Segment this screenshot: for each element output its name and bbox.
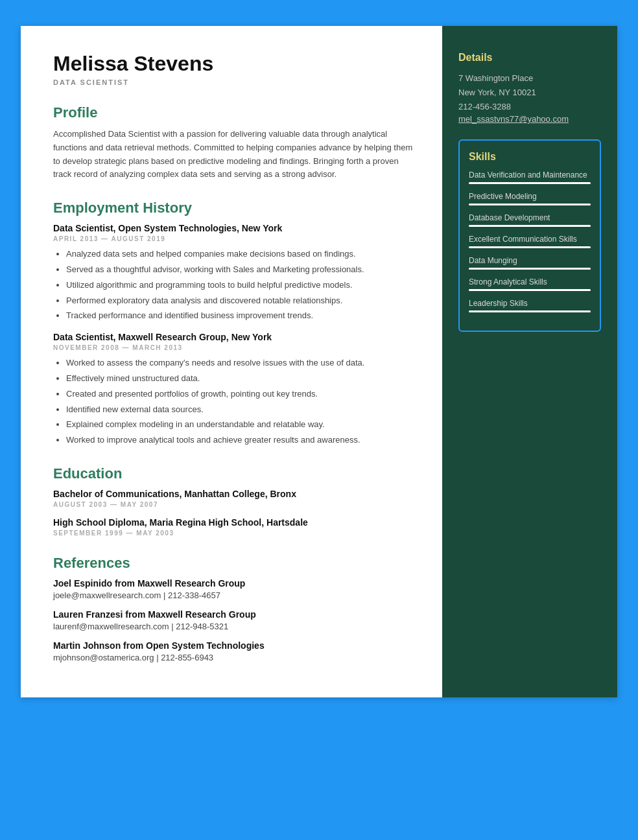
job-title-1: Data Scientist, Open System Technologies… — [53, 223, 416, 233]
bullet-2-4: Identified new external data sources. — [66, 403, 416, 417]
job-dates-2: November 2008 — March 2013 — [53, 344, 416, 351]
phone: 212-456-3288 — [458, 100, 601, 114]
details-title: Details — [458, 52, 601, 64]
skill-item-1: Data Verification and Maintenance — [469, 170, 591, 184]
bullet-1-5: Tracked performance and identified busin… — [66, 309, 416, 323]
references-section-title: References — [53, 555, 416, 572]
skill-name-2: Predictive Modeling — [469, 192, 591, 201]
skill-name-5: Data Munging — [469, 256, 591, 265]
ref-name-2: Lauren Franzesi from Maxwell Research Gr… — [53, 609, 416, 620]
ref-name-1: Joel Espinido from Maxwell Research Grou… — [53, 578, 416, 589]
profile-text: Accomplished Data Scientist with a passi… — [53, 128, 416, 181]
employment-section-title: Employment History — [53, 200, 416, 216]
skill-item-6: Strong Analytical Skills — [469, 277, 591, 291]
skill-item-2: Predictive Modeling — [469, 192, 591, 205]
ref-entry-2: Lauren Franzesi from Maxwell Research Gr… — [53, 609, 416, 631]
edu-degree-1: Bachelor of Communications, Manhattan Co… — [53, 489, 416, 499]
skills-title: Skills — [469, 151, 591, 163]
skill-item-3: Database Development — [469, 213, 591, 227]
candidate-title: Data Scientist — [53, 78, 416, 86]
right-column: Details 7 Washington Place New York, NY … — [442, 26, 617, 697]
job-dates-1: April 2013 — August 2019 — [53, 235, 416, 242]
skill-bar-5 — [469, 268, 591, 270]
bullet-1-3: Utilized algorithmic and programming too… — [66, 279, 416, 292]
job-entry-2: Data Scientist, Maxwell Research Group, … — [53, 332, 416, 447]
resume-container: Melissa Stevens Data Scientist Profile A… — [21, 26, 617, 697]
candidate-name: Melissa Stevens — [53, 52, 416, 76]
skill-name-3: Database Development — [469, 213, 591, 222]
bullet-2-3: Created and presented portfolios of grow… — [66, 388, 416, 401]
bullet-2-5: Explained complex modeling in an underst… — [66, 418, 416, 432]
bullet-1-2: Served as a thoughtful advisor, working … — [66, 263, 416, 277]
ref-entry-1: Joel Espinido from Maxwell Research Grou… — [53, 578, 416, 600]
address-line2: New York, NY 10021 — [458, 86, 601, 100]
skills-box: Skills Data Verification and Maintenance… — [458, 139, 601, 332]
ref-name-3: Martin Johnson from Open System Technolo… — [53, 640, 416, 651]
job-bullets-1: Analyzed data sets and helped companies … — [53, 248, 416, 323]
job-bullets-2: Worked to assess the company's needs and… — [53, 356, 416, 447]
skill-name-6: Strong Analytical Skills — [469, 277, 591, 286]
ref-contact-2: laurenf@maxwellresearch.com | 212-948-53… — [53, 622, 416, 631]
skill-name-4: Excellent Communication Skills — [469, 235, 591, 244]
skill-item-7: Leadership Skills — [469, 299, 591, 312]
skill-name-7: Leadership Skills — [469, 299, 591, 308]
skill-bar-4 — [469, 246, 591, 248]
left-column: Melissa Stevens Data Scientist Profile A… — [21, 26, 442, 697]
edu-entry-2: High School Diploma, Maria Regina High S… — [53, 517, 416, 537]
skill-bar-1 — [469, 182, 591, 184]
bullet-2-1: Worked to assess the company's needs and… — [66, 356, 416, 370]
bullet-1-1: Analyzed data sets and helped companies … — [66, 248, 416, 261]
bullet-2-2: Effectively mined unstructured data. — [66, 372, 416, 386]
email: mel_ssastvns77@yahoo.com — [458, 114, 601, 124]
edu-dates-2: September 1999 — May 2003 — [53, 530, 416, 537]
skill-item-4: Excellent Communication Skills — [469, 235, 591, 248]
bullet-2-6: Worked to improve analytical tools and a… — [66, 434, 416, 447]
edu-dates-1: August 2003 — May 2007 — [53, 501, 416, 508]
skill-name-1: Data Verification and Maintenance — [469, 170, 591, 180]
bullet-1-4: Performed exploratory data analysis and … — [66, 294, 416, 308]
edu-entry-1: Bachelor of Communications, Manhattan Co… — [53, 489, 416, 508]
skill-bar-6 — [469, 289, 591, 291]
skill-bar-2 — [469, 204, 591, 205]
education-section-title: Education — [53, 465, 416, 482]
address-line1: 7 Washington Place — [458, 71, 601, 86]
ref-entry-3: Martin Johnson from Open System Technolo… — [53, 640, 416, 662]
job-title-2: Data Scientist, Maxwell Research Group, … — [53, 332, 416, 342]
edu-degree-2: High School Diploma, Maria Regina High S… — [53, 517, 416, 528]
skill-bar-3 — [469, 225, 591, 227]
job-entry-1: Data Scientist, Open System Technologies… — [53, 223, 416, 323]
ref-contact-1: joele@maxwellresearch.com | 212-338-4657 — [53, 590, 416, 600]
skill-bar-7 — [469, 310, 591, 312]
ref-contact-3: mjohnson@ostamerica.org | 212-855-6943 — [53, 653, 416, 662]
skill-item-5: Data Munging — [469, 256, 591, 270]
profile-section-title: Profile — [53, 104, 416, 121]
